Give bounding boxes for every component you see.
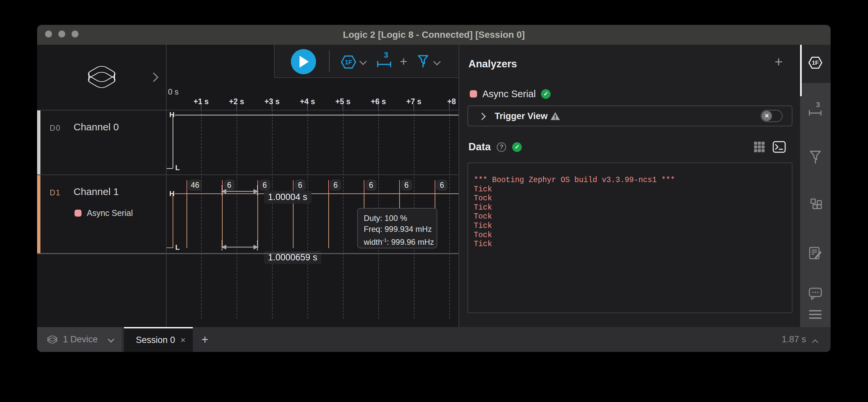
analyzers-panel: Analyzers + Async Serial ✓ Trigger View … xyxy=(459,45,800,327)
app-window: Logic 2 [Logic 8 - Connected] [Session 0… xyxy=(37,25,831,352)
device-selector[interactable]: 1 Device xyxy=(37,327,122,352)
play-icon xyxy=(300,56,309,68)
blocks-icon xyxy=(808,198,822,212)
measurement-badge[interactable]: 6 xyxy=(330,179,341,191)
measurement-tooltip: Duty: 100 % Freq: 999.934 mHz width-1: 9… xyxy=(357,208,437,249)
timeline-origin-label: 0 s xyxy=(168,87,179,96)
device-layers-icon xyxy=(46,334,59,345)
analyzer-color-dot xyxy=(74,210,82,217)
row-border xyxy=(37,253,459,254)
chevron-up-icon[interactable] xyxy=(812,339,818,345)
capture-duration: 1.87 s xyxy=(781,327,806,352)
channel1-pulse xyxy=(222,194,223,248)
analyzers-title: Analyzers xyxy=(468,58,517,70)
channel1-pulse xyxy=(257,194,258,248)
tab-triggers[interactable] xyxy=(800,150,831,164)
titlebar: Logic 2 [Logic 8 - Connected] [Session 0… xyxy=(37,25,831,45)
terminal-view-button[interactable] xyxy=(773,141,786,153)
trigger-view-card[interactable]: Trigger View ✕ xyxy=(467,106,793,126)
timeline-label: +5 s xyxy=(335,97,350,106)
device-settings-button[interactable]: 1F xyxy=(340,54,370,70)
chevron-down-icon xyxy=(108,336,114,343)
channel1-pulse-marker xyxy=(399,180,400,194)
svg-text:1F: 1F xyxy=(812,59,819,66)
terminal-line: Tock xyxy=(474,212,792,222)
device-hexagon-icon: 1F xyxy=(807,55,823,70)
timeline-label: +7 s xyxy=(406,97,421,106)
new-session-button[interactable]: + xyxy=(202,327,208,352)
side-tab-strip: 1F 3 xyxy=(800,45,831,327)
trigger-view-toggle[interactable]: ✕ xyxy=(761,110,782,122)
add-measurement-button[interactable]: + xyxy=(400,54,407,69)
timeline-label: +4 s xyxy=(300,97,315,106)
note-edit-icon xyxy=(808,247,822,260)
ruler-icon xyxy=(377,61,392,67)
ruler-icon xyxy=(808,110,823,116)
device-header[interactable] xyxy=(37,45,166,110)
tab-notes[interactable] xyxy=(800,247,831,260)
channel0-low-marker: L xyxy=(175,164,180,172)
main-content: D0 Channel 0 D1 Channel 1 Async Serial xyxy=(37,45,831,327)
channel-row-1[interactable]: D1 Channel 1 Async Serial xyxy=(37,175,166,253)
table-view-button[interactable] xyxy=(753,141,765,153)
channel0-id: D0 xyxy=(50,124,61,133)
chevron-down-icon xyxy=(433,58,441,66)
channel1-analyzer-chip[interactable]: Async Serial xyxy=(74,208,133,218)
device-hexagon-icon: 1F xyxy=(340,54,357,70)
channel1-pulse-marker xyxy=(187,180,187,194)
channel1-pulse-marker xyxy=(435,180,435,194)
tab-feedback[interactable] xyxy=(800,287,831,300)
row-border xyxy=(37,110,459,111)
measurements-button[interactable]: 3 xyxy=(377,51,400,72)
device-icon xyxy=(84,62,120,92)
analyzer-color-dot xyxy=(470,90,477,97)
channel0-high-line xyxy=(175,115,459,115)
channel1-pulse-marker xyxy=(328,180,329,194)
terminal-line: Tick xyxy=(474,222,792,231)
measurement-badge[interactable]: 6 xyxy=(294,179,306,191)
help-icon[interactable]: ? xyxy=(497,142,506,152)
timeline-label: +6 s xyxy=(371,97,385,106)
chevron-right-icon[interactable] xyxy=(478,113,486,120)
tab-extensions[interactable] xyxy=(800,198,831,212)
trigger-menu-button[interactable] xyxy=(417,55,444,69)
tab-session-0[interactable]: Session 0 × xyxy=(124,327,193,352)
measurement-badge[interactable]: 46 xyxy=(188,179,202,191)
measurement-badge[interactable]: 6 xyxy=(365,179,377,191)
period-arrow-bottom xyxy=(220,244,260,251)
terminal-line: *** Booting Zephyr OS build v3.3.99-ncs1… xyxy=(474,176,792,185)
close-session-icon[interactable]: × xyxy=(181,328,186,352)
add-analyzer-button[interactable]: + xyxy=(775,54,783,70)
waveform-panel[interactable]: 0 s +1 s +2 s +3 s +4 s +5 s +6 s +7 s +… xyxy=(166,45,459,327)
device-expand-chevron-icon[interactable] xyxy=(149,73,158,82)
tooltip-freq: Freq: 999.934 mHz xyxy=(364,224,431,234)
channel1-pulse xyxy=(187,194,187,248)
timeline-label: +8 xyxy=(447,97,456,106)
data-title: Data xyxy=(468,141,491,153)
gridline xyxy=(449,110,450,319)
measurement-count: 3 xyxy=(816,100,820,109)
tooltip-duty: Duty: 100 % xyxy=(364,212,431,224)
measurement-badge[interactable]: 6 xyxy=(259,179,270,191)
channel1-analyzer-label: Async Serial xyxy=(87,208,133,218)
tooltip-width: width-1: 999.96 mHz xyxy=(364,234,431,248)
analyzer-name: Async Serial xyxy=(483,89,536,99)
terminal-line: Tick xyxy=(474,240,792,249)
warning-icon xyxy=(550,111,560,121)
channel-row-0[interactable]: D0 Channel 0 xyxy=(37,111,166,174)
timeline-label: +3 s xyxy=(265,97,279,106)
timeline-label: +2 s xyxy=(229,97,244,106)
start-capture-button[interactable] xyxy=(291,49,316,74)
tab-device-1f[interactable]: 1F xyxy=(800,55,831,70)
analyzer-terminal-output[interactable]: *** Booting Zephyr OS build v3.3.99-ncs1… xyxy=(467,163,793,313)
tab-measurements[interactable]: 3 xyxy=(800,100,831,116)
channel1-high-marker: H xyxy=(169,190,175,198)
channel0-color-indicator xyxy=(37,111,40,174)
measurement-badge[interactable]: 6 xyxy=(401,179,412,191)
terminal-line: Tick xyxy=(474,203,792,212)
channel1-color-indicator xyxy=(37,175,40,253)
analyzer-list-item[interactable]: Async Serial ✓ xyxy=(470,87,602,100)
measurement-badge[interactable]: 6 xyxy=(436,179,447,191)
timeline-label: +1 s xyxy=(193,97,208,106)
tab-menu[interactable] xyxy=(800,310,831,319)
